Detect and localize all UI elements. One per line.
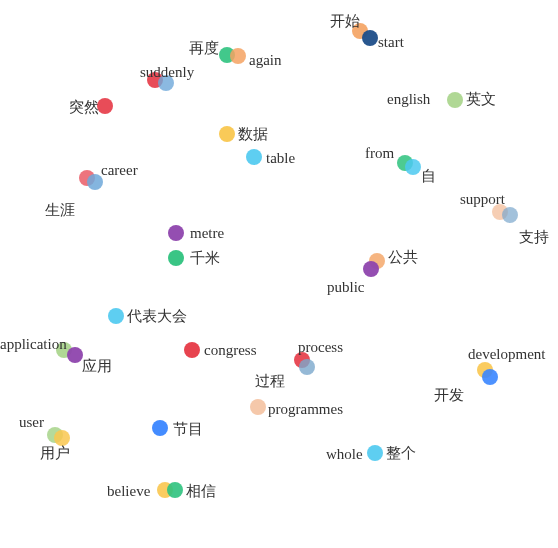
scatter-point (362, 30, 378, 46)
scatter-point (299, 359, 315, 375)
scatter-label: metre (190, 225, 224, 242)
scatter-label: whole (326, 446, 363, 463)
scatter-label: start (378, 34, 404, 51)
scatter-label: 生涯 (45, 201, 75, 220)
scatter-label: 公共 (388, 248, 418, 267)
scatter-point (447, 92, 463, 108)
scatter-label: user (19, 414, 44, 431)
scatter-label: 开发 (434, 386, 464, 405)
scatter-label: 节目 (173, 420, 203, 439)
scatter-label: development (468, 346, 545, 363)
scatter-label: 英文 (466, 90, 496, 109)
scatter-label: 整个 (386, 444, 416, 463)
scatter-point (108, 308, 124, 324)
scatter-label: 过程 (255, 372, 285, 391)
scatter-label: application (0, 336, 67, 353)
scatter-point (67, 347, 83, 363)
scatter-label: 千米 (190, 249, 220, 268)
scatter-point (219, 126, 235, 142)
scatter-label: 自 (421, 167, 436, 186)
scatter-point (230, 48, 246, 64)
scatter-point (184, 342, 200, 358)
scatter-label: english (387, 91, 430, 108)
scatter-label: table (266, 150, 295, 167)
scatter-point (167, 482, 183, 498)
scatter-label: 数据 (238, 125, 268, 144)
scatter-point (367, 445, 383, 461)
scatter-point (502, 207, 518, 223)
scatter-label: congress (204, 342, 257, 359)
scatter-label: 相信 (186, 482, 216, 501)
scatter-point (246, 149, 262, 165)
scatter-label: career (101, 162, 138, 179)
scatter-label: 开始 (330, 12, 360, 31)
scatter-label: 支持 (519, 228, 549, 247)
scatter-point (482, 369, 498, 385)
scatter-label: 突然 (69, 98, 99, 117)
scatter-point (152, 420, 168, 436)
scatter-point (363, 261, 379, 277)
scatter-point (97, 98, 113, 114)
scatter-point (405, 159, 421, 175)
scatter-label: support (460, 191, 505, 208)
scatter-label: believe (107, 483, 150, 500)
scatter-point (168, 250, 184, 266)
scatter-label: from (365, 145, 394, 162)
scatter-label: 代表大会 (127, 307, 187, 326)
scatter-label: programmes (268, 401, 343, 418)
scatter-label: again (249, 52, 281, 69)
scatter-label: 应用 (82, 357, 112, 376)
scatter-label: 再度 (189, 39, 219, 58)
scatter-point (168, 225, 184, 241)
scatter-label: public (327, 279, 365, 296)
scatter-label: process (298, 339, 343, 356)
scatter-label: 用户 (40, 444, 70, 463)
scatter-label: suddenly (140, 64, 194, 81)
scatter-point (250, 399, 266, 415)
